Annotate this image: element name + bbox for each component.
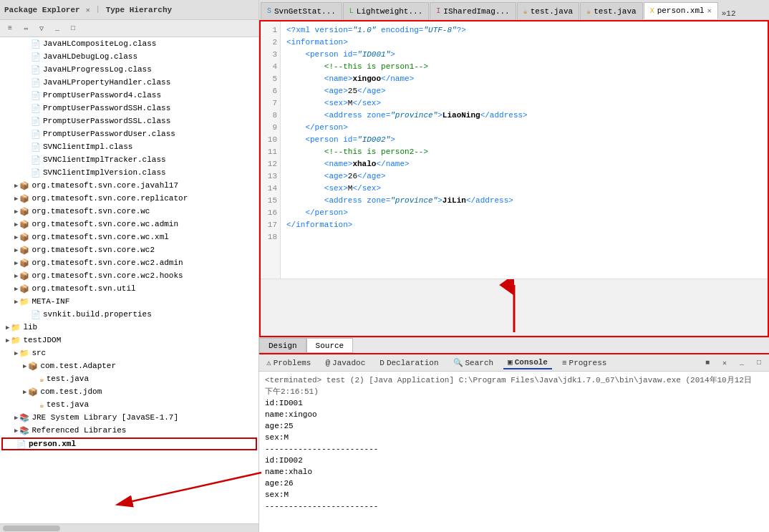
item-icon: 📄 <box>31 91 41 100</box>
tab-icon: ☕ <box>586 7 591 16</box>
tree-item-testJDOM[interactable]: ▶📁testJDOM <box>0 334 258 347</box>
tree-item-svnClientImplVersion[interactable]: 📄SVNClientImplVersion.class <box>0 166 258 179</box>
item-label: org.tmatesoft.svn.core.wc2.admin <box>32 258 183 267</box>
console-content[interactable]: <terminated> test (2) [Java Application]… <box>259 372 769 532</box>
tree-item-comTestJdom[interactable]: ▶📦com.test.jdom <box>0 385 258 398</box>
item-icon: 📦 <box>19 284 29 294</box>
console-tab-label: Javadoc <box>332 359 365 367</box>
console-panel: ⚠Problems@JavadocDDeclaration🔍Search▣Con… <box>259 353 769 532</box>
line-number: 6 <box>263 85 277 97</box>
item-label: JavaHLCompositeLog.class <box>43 39 156 48</box>
tree-item-javaHLPropertyHandler[interactable]: 📄JavaHLPropertyHandler.class <box>0 76 258 89</box>
tree-item-javaHLCompositeLog[interactable]: 📄JavaHLCompositeLog.class <box>0 37 258 50</box>
package-explorer-close[interactable]: ✕ <box>86 6 90 14</box>
item-label: JavaHLDebugLog.class <box>43 52 137 61</box>
main-layout: Package Explorer ✕ | Type Hierarchy ≡ ⇔ … <box>0 0 769 532</box>
tree-item-svnClientImplTracker[interactable]: 📄SVNClientImplTracker.class <box>0 153 258 166</box>
tree-item-svnClientImpl[interactable]: 📄SVNClientImpl.class <box>0 140 258 153</box>
console-tab-label: Problems <box>274 359 311 367</box>
panel-header: Package Explorer ✕ | Type Hierarchy <box>0 0 258 20</box>
console-tab-declaration[interactable]: DDeclaration <box>375 357 442 369</box>
source-tab[interactable]: Source <box>306 338 354 353</box>
expand-icon: ▶ <box>14 259 18 267</box>
tree-item-promptUserPasswordUser[interactable]: 📄PromptUserPasswordUser.class <box>0 127 258 140</box>
tab-icon: I <box>436 7 440 15</box>
item-label: src <box>32 349 46 357</box>
tab-close-btn[interactable]: ✕ <box>707 6 712 15</box>
tree-item-orgTmatesoftUtil[interactable]: ▶📦org.tmatesoft.svn.util <box>0 282 258 295</box>
tree-item-svnkitBuildProperties[interactable]: 📄svnkit.build.properties <box>0 308 258 321</box>
tree-item-javaHLProgressLog[interactable]: 📄JavaHLProgressLog.class <box>0 63 258 76</box>
tree-item-orgTmatesoftWc2Admin[interactable]: ▶📦org.tmatesoft.svn.core.wc2.admin <box>0 256 258 269</box>
item-label: SVNClientImpl.class <box>43 142 132 151</box>
code-line: <!--this is person1--> <box>286 61 762 73</box>
tree-item-promptUserPasswordSSL[interactable]: 📄PromptUserPasswordSSL.class <box>0 115 258 127</box>
editor-tab-svnGetStatus[interactable]: S SvnGetStat... <box>261 2 342 19</box>
code-line: <!--this is person2--> <box>286 146 762 158</box>
package-explorer-title: Package Explorer <box>4 6 80 14</box>
expand-icon: ▶ <box>14 233 18 241</box>
tree-item-orgTmatesoftReplicator[interactable]: ▶📦org.tmatesoft.svn.core.replicator <box>0 192 258 205</box>
tree-item-orgTmatesoftWcXml[interactable]: ▶📦org.tmatesoft.svn.core.wc.xml <box>0 231 258 243</box>
tab-label: test.java <box>594 7 636 16</box>
minimize-btn[interactable]: _ <box>50 22 64 35</box>
tree-item-orgTmatesoftJavahl17[interactable]: ▶📦org.tmatesoft.svn.core.javahl17 <box>0 179 258 192</box>
tree-item-comTestAdapter[interactable]: ▶📦com.test.Adapter <box>0 359 258 372</box>
console-tab-progress[interactable]: ≡Progress <box>558 357 611 369</box>
console-tab-problems[interactable]: ⚠Problems <box>262 357 315 369</box>
item-icon: 📁 <box>11 336 21 345</box>
tree-item-jreSystemLibrary[interactable]: ▶📚JRE System Library [JavaSE-1.7] <box>0 411 258 424</box>
tree-item-promptUserPasswordSSH[interactable]: 📄PromptUserPasswordSSH.class <box>0 102 258 115</box>
item-icon: 📦 <box>19 271 29 281</box>
console-tab-javadoc[interactable]: @Javadoc <box>321 357 369 369</box>
link-with-editor-btn[interactable]: ⇔ <box>19 22 33 35</box>
tree-item-src[interactable]: ▶📁src <box>0 347 258 359</box>
editor-tab-personXmlTab[interactable]: X person.xml ✕ <box>644 2 718 19</box>
tree-item-orgTmatesoftWc2[interactable]: ▶📦org.tmatesoft.svn.core.wc2 <box>0 243 258 256</box>
console-line: name:xingoo <box>265 409 763 420</box>
console-maximize-btn[interactable]: □ <box>752 357 766 369</box>
left-scrollbar[interactable] <box>0 523 258 532</box>
code-line: <sex>M</sex> <box>286 183 762 195</box>
view-menu-btn[interactable]: ▽ <box>34 22 49 35</box>
editor-tab-testJavaTab2[interactable]: ☕ test.java <box>580 2 642 19</box>
design-tab[interactable]: Design <box>259 338 306 353</box>
expand-icon: ▶ <box>14 195 18 203</box>
editor-tab-testJavaTab[interactable]: ☕ test.java <box>517 2 579 19</box>
expand-icon: ▶ <box>14 349 18 357</box>
console-minimize-btn[interactable]: _ <box>735 357 749 369</box>
maximize-btn[interactable]: □ <box>66 22 80 35</box>
console-tab-console[interactable]: ▣Console <box>503 356 552 369</box>
console-tab-search[interactable]: 🔍Search <box>449 357 498 369</box>
tree-item-orgTmatesoftWcAdmin[interactable]: ▶📦org.tmatesoft.svn.core.wc.admin <box>0 218 258 231</box>
editor-tab-lightweight[interactable]: L Lightweight... <box>343 2 429 19</box>
line-number: 11 <box>263 146 277 158</box>
code-line: <sex>M</sex> <box>286 97 762 110</box>
tree-item-testJava2[interactable]: ☕test.java <box>0 398 258 411</box>
code-content[interactable]: <?xml version="1.0" encoding="UTF-8"?><i… <box>281 21 768 279</box>
line-number: 5 <box>263 73 277 85</box>
tree-item-referencedLibraries[interactable]: ▶📚Referenced Libraries <box>0 424 258 437</box>
tab-label: Lightweight... <box>357 7 422 16</box>
tab-icon: X <box>650 7 654 15</box>
item-icon: 📄 <box>31 78 41 87</box>
console-remove-btn[interactable]: ✕ <box>717 357 732 369</box>
item-label: org.tmatesoft.svn.core.wc.admin <box>32 220 178 228</box>
tree-item-orgTmatesoftWc[interactable]: ▶📦org.tmatesoft.svn.core.wc <box>0 205 258 218</box>
code-line: <address zone="province">JiLin</address> <box>286 195 762 207</box>
console-tabs: ⚠Problems@JavadocDDeclaration🔍Search▣Con… <box>259 354 769 372</box>
item-label: person.xml <box>29 440 76 448</box>
console-terminate-btn[interactable]: ■ <box>700 357 715 369</box>
tree-item-javaHLDebugLog[interactable]: 📄JavaHLDebugLog.class <box>0 50 258 63</box>
tree-container: 📄JavaHLCompositeLog.class📄JavaHLDebugLog… <box>0 37 258 523</box>
tree-item-promptUserPassword4[interactable]: 📄PromptUserPassword4.class <box>0 89 258 102</box>
editor-tab-iSharedImages[interactable]: I ISharedImag... <box>430 2 516 19</box>
collapse-all-btn[interactable]: ≡ <box>3 22 17 35</box>
tree-item-lib[interactable]: ▶📁lib <box>0 321 258 334</box>
tree-item-orgTmatesoftWc2Hooks[interactable]: ▶📦org.tmatesoft.svn.core.wc2.hooks <box>0 269 258 282</box>
tree-item-metaInf[interactable]: ▶📁META-INF <box>0 295 258 308</box>
more-tabs-btn[interactable]: »12 <box>719 8 739 19</box>
tree-item-personXml[interactable]: 📄person.xml <box>1 437 257 450</box>
console-line: age:25 <box>265 420 763 432</box>
tree-item-testJava1[interactable]: ☕test.java <box>0 372 258 385</box>
